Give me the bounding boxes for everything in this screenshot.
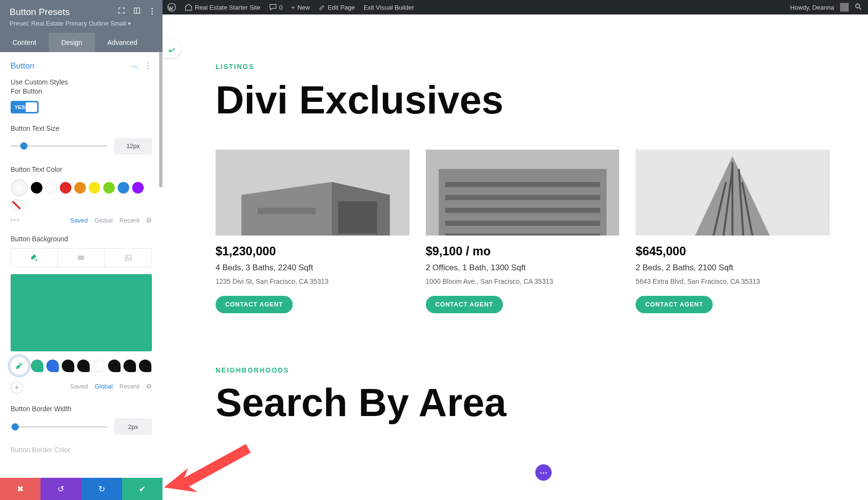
palette-global[interactable]: Global: [95, 217, 113, 224]
add-color-button[interactable]: +: [11, 381, 23, 394]
listing-price: $9,100 / mo: [426, 244, 620, 258]
scrollbar-thumb[interactable]: [159, 52, 163, 187]
swatch-yellow[interactable]: [89, 182, 100, 194]
gswatch-white[interactable]: [93, 360, 105, 372]
exit-builder-link[interactable]: Exit Visual Builder: [364, 4, 414, 11]
svg-rect-19: [445, 221, 600, 226]
swatch-white[interactable]: [45, 182, 57, 194]
svg-rect-12: [338, 201, 377, 234]
text-size-slider[interactable]: [11, 145, 108, 147]
heading-search-area: Search By Area: [216, 383, 829, 422]
section-more-icon[interactable]: ⋮: [144, 61, 152, 71]
eyedropper-button[interactable]: [11, 357, 28, 375]
edit-page-link[interactable]: Edit Page: [319, 4, 355, 11]
gswatch-blue[interactable]: [46, 360, 59, 372]
return-arrow-button[interactable]: [163, 40, 181, 58]
listing-card: $645,000 2 Beds, 2 Baths, 2100 Sqft 5643…: [636, 150, 829, 313]
svg-rect-6: [78, 256, 84, 260]
user-avatar-icon[interactable]: [840, 3, 849, 12]
tab-content[interactable]: Content: [0, 33, 49, 52]
gswatch-teal[interactable]: [31, 360, 43, 372]
slider-thumb-border[interactable]: [12, 423, 19, 431]
contact-agent-button[interactable]: CONTACT AGENT: [636, 296, 713, 313]
bg-color-preview[interactable]: [11, 274, 152, 351]
gswatch-black2[interactable]: [77, 360, 90, 372]
custom-styles-label: Use Custom Styles For Button: [11, 78, 78, 96]
svg-rect-7: [125, 255, 132, 261]
listing-image[interactable]: [216, 150, 409, 236]
listing-price: $645,000: [636, 244, 829, 258]
border-width-slider[interactable]: [11, 426, 108, 428]
focus-icon[interactable]: [118, 7, 125, 16]
border-width-value[interactable]: 2px: [114, 418, 152, 435]
svg-rect-3: [134, 8, 139, 13]
redo-button[interactable]: ↻: [81, 478, 122, 500]
palette-recent[interactable]: Recent: [120, 217, 139, 224]
listing-cards: $1,230,000 4 Beds, 3 Baths, 2240 Sqft 12…: [216, 150, 829, 313]
svg-rect-16: [445, 182, 600, 187]
swatch-none[interactable]: [11, 199, 22, 211]
listing-image[interactable]: [426, 150, 620, 236]
svg-rect-20: [445, 234, 600, 236]
swatch-purple[interactable]: [132, 182, 144, 194]
gswatch-black5[interactable]: [139, 360, 151, 372]
palette-saved[interactable]: Saved: [70, 217, 88, 224]
bg-tab-gradient[interactable]: [57, 249, 104, 267]
wp-admin-bar: Real Estate Starter Site 0 + New Edit Pa…: [163, 0, 868, 14]
section-button[interactable]: Button: [11, 61, 34, 71]
tab-design[interactable]: Design: [49, 33, 95, 52]
module-options-button[interactable]: ⋯: [535, 464, 552, 481]
panel-icon[interactable]: [133, 7, 141, 16]
bg-label: Button Background: [11, 235, 152, 244]
palette-recent-2[interactable]: Recent: [120, 383, 139, 390]
svg-rect-13: [258, 208, 315, 214]
gswatch-black3[interactable]: [108, 360, 121, 372]
sidebar-body: Button ︿ ⋮ Use Custom Styles For Button …: [0, 52, 163, 478]
save-button[interactable]: ✔: [122, 478, 163, 500]
palette-dots-icon[interactable]: •••: [11, 217, 20, 224]
color-picker-button[interactable]: [11, 179, 28, 196]
undo-button[interactable]: ↺: [41, 478, 81, 500]
new-link[interactable]: + New: [291, 4, 310, 11]
settings-sidebar: Button Presets Preset: Real Estate Prima…: [0, 0, 163, 500]
listing-specs: 4 Beds, 3 Baths, 2240 Sqft: [216, 263, 409, 273]
palette-saved-2[interactable]: Saved: [70, 383, 88, 390]
site-link[interactable]: Real Estate Starter Site: [185, 3, 260, 11]
more-icon[interactable]: ⋮: [149, 7, 156, 16]
gswatch-black1[interactable]: [62, 360, 74, 372]
search-icon[interactable]: [854, 3, 862, 12]
cancel-button[interactable]: ✖: [0, 478, 41, 500]
slider-thumb[interactable]: [20, 142, 27, 150]
text-size-value[interactable]: 12px: [114, 138, 152, 154]
howdy-text[interactable]: Howdy, Deanna: [790, 4, 834, 11]
custom-styles-toggle[interactable]: YES: [11, 101, 39, 113]
sidebar-tabs: Content Design Advanced: [0, 33, 163, 52]
tab-advanced[interactable]: Advanced: [95, 33, 150, 52]
page-preview: LISTINGS Divi Exclusives $1,230,000 4 Be…: [163, 14, 868, 500]
bg-tab-image[interactable]: [105, 249, 151, 267]
palette-global-2[interactable]: Global: [95, 383, 113, 390]
wp-logo-icon[interactable]: [167, 3, 176, 12]
bg-type-tabs: [11, 248, 152, 267]
svg-line-2: [859, 7, 861, 9]
listing-image[interactable]: [636, 150, 829, 236]
swatch-black[interactable]: [31, 182, 42, 194]
text-color-label: Button Text Color: [11, 165, 152, 174]
swatch-red[interactable]: [60, 182, 71, 194]
bg-tab-color[interactable]: [11, 249, 57, 267]
preset-dropdown[interactable]: Preset: Real Estate Primary Outline Smal…: [10, 20, 153, 27]
gear-icon-2[interactable]: ⚙: [146, 383, 152, 390]
heading-exclusives: Divi Exclusives: [216, 79, 829, 121]
comments-link[interactable]: 0: [269, 3, 283, 11]
swatch-orange[interactable]: [74, 182, 86, 194]
collapse-icon[interactable]: ︿: [131, 61, 138, 71]
svg-point-1: [855, 4, 859, 8]
contact-agent-button[interactable]: CONTACT AGENT: [216, 296, 293, 313]
border-width-label: Button Border Width: [11, 404, 152, 414]
swatch-green[interactable]: [103, 182, 115, 194]
swatch-blue[interactable]: [118, 182, 129, 194]
contact-agent-button[interactable]: CONTACT AGENT: [426, 296, 503, 313]
gear-icon[interactable]: ⚙: [146, 217, 152, 224]
gswatch-black4[interactable]: [123, 360, 136, 372]
listing-card: $1,230,000 4 Beds, 3 Baths, 2240 Sqft 12…: [216, 150, 409, 313]
